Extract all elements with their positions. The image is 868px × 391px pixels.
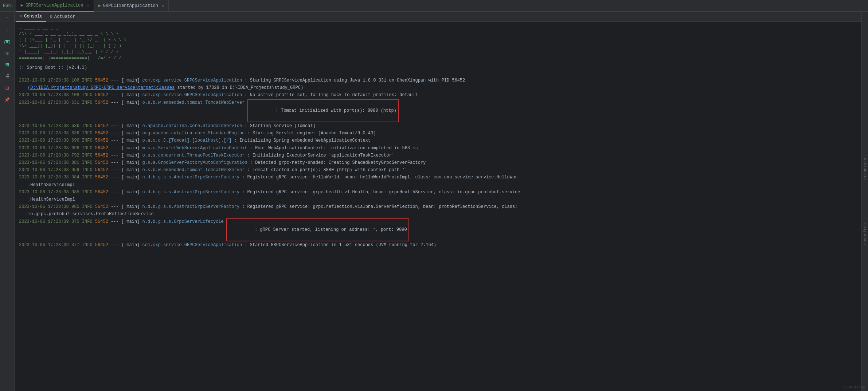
thread-1: main xyxy=(126,77,137,84)
log-line-2: 2023-10-06 17:28:38.108 INFO 56452 --- [… xyxy=(19,92,857,99)
tab-grpc-service[interactable]: ▶ GRPCServiceApplication ✕ xyxy=(16,0,94,12)
log-line-7: 2023-10-06 17:28:38.696 INFO 56452 --- [… xyxy=(19,145,857,152)
console-tab-console[interactable]: ≡ Console xyxy=(16,12,46,22)
class-15: n.d.b.g.s.s.AbstractGrpcServerFactory xyxy=(142,204,239,210)
log-line-18: 2023-10-06 17:28:39.377 INFO 56452 --- [… xyxy=(19,242,857,249)
log-line-1b: (D:\IDEA_Projects\study_GRPC\GRPC_servic… xyxy=(19,84,857,91)
print-button[interactable]: 🖨 xyxy=(2,71,12,82)
msg-17: : gRPC Server started, listening on addr… xyxy=(255,227,407,232)
console-content[interactable]: . ____ _ __ _ _ /\\ / ___'_ __ _ _(_)_ _… xyxy=(15,22,861,391)
ts-4: 2023-10-06 17:28:38.636 xyxy=(19,123,79,130)
camera-button[interactable] xyxy=(2,36,12,47)
pid-15: 56452 xyxy=(95,204,108,210)
level-3: INFO xyxy=(82,99,93,123)
ts-6: 2023-10-06 17:28:38.696 xyxy=(19,137,79,144)
run-label: Run: xyxy=(3,3,13,8)
class-18: com.cxp.service.GRPCServiceApplication xyxy=(142,242,242,249)
settings-button[interactable]: ⊞ xyxy=(2,60,12,70)
log-line-11: 2023-10-06 17:28:38.984 INFO 56452 --- [… xyxy=(19,174,857,181)
ascii-line-4: \\/ ___)| |_)| | | | | || (_| | ) ) ) ) xyxy=(19,43,857,49)
scroll-down-button[interactable]: ↓ xyxy=(2,25,12,35)
class-9: g.s.a.GrpcServerFactoryAutoConfiguration xyxy=(142,159,247,166)
thread-5: main xyxy=(126,130,137,137)
msg-13b: .HealthServiceImpl xyxy=(28,196,75,203)
thread-11: main xyxy=(126,174,137,181)
left-toolbar: ↑ ↓ ≋ ⊞ 🖨 ⊟ 📌 xyxy=(0,12,15,391)
msg-10: : Tomcat started on port(s): 8080 (http)… xyxy=(245,167,407,174)
class-2: com.cxp.service.GRPCServiceApplication xyxy=(142,92,242,99)
pid-3: 56452 xyxy=(95,99,108,123)
path-link-1[interactable]: (D:\IDEA_Projects\study_GRPC\GRPC_servic… xyxy=(28,84,175,91)
class-7: w.s.c.ServletWebServerApplicationContext xyxy=(142,145,247,152)
class-17: n.d.b.g.s.s.GrpcServerLifecycle xyxy=(142,218,224,242)
level-4: INFO xyxy=(82,123,93,130)
pid-6: 56452 xyxy=(95,137,108,144)
main-layout: ↑ ↓ ≋ ⊞ 🖨 ⊟ 📌 ≡ Console ⚙ Actuator xyxy=(0,12,868,391)
filter-button[interactable]: ≋ xyxy=(2,48,12,58)
tab-grpc-client[interactable]: ▶ GRPCClientApplication ✕ xyxy=(94,0,169,12)
log-line-3: 2023-10-06 17:28:38.631 INFO 56452 --- [… xyxy=(19,99,857,123)
ts-7: 2023-10-06 17:28:38.696 xyxy=(19,145,79,152)
tab-client-close[interactable]: ✕ xyxy=(162,4,164,8)
console-tab-actuator[interactable]: ⚙ Actuator xyxy=(46,12,79,22)
level-10: INFO xyxy=(82,167,93,174)
class-6: o.a.c.c.C.[Tomcat].[localhost].[/] xyxy=(142,137,232,144)
thread-8: main xyxy=(126,152,137,159)
class-8: o.s.s.concurrent.ThreadPoolTaskExecutor xyxy=(142,152,245,159)
pid-11: 56452 xyxy=(95,174,108,181)
thread-13: main xyxy=(126,189,137,196)
spring-version: :: Spring Boot :: (v2.4.3) xyxy=(19,64,857,71)
ascii-line-3: ( ( )\___ | '_ | '_| | '_ \/ _` | \ \ \ … xyxy=(19,37,857,43)
level-8: INFO xyxy=(82,152,93,159)
ts-18: 2023-10-06 17:28:39.377 xyxy=(19,242,79,249)
highlight-box-3: : Tomcat initialized with port(s): 8080 … xyxy=(247,99,399,123)
log-line-13b: .HealthServiceImpl xyxy=(19,196,857,203)
level-5: INFO xyxy=(82,130,93,137)
scroll-up-button[interactable]: ↑ xyxy=(2,13,12,23)
ts-3: 2023-10-06 17:28:38.631 xyxy=(19,99,79,123)
class-4: o.apache.catalina.core.StandardService xyxy=(142,123,242,130)
tab-bar: Run: ▶ GRPCServiceApplication ✕ ▶ GRPCCl… xyxy=(0,0,868,12)
thread-10: main xyxy=(126,167,137,174)
msg-4: : Starting service [Tomcat] xyxy=(242,123,316,130)
log-line-15: 2023-10-06 17:28:38.985 INFO 56452 --- [… xyxy=(19,204,857,210)
tab-service-close[interactable]: ✕ xyxy=(87,3,89,8)
ascii-line-5: ' |____| .__|_| |_|_| |_\__, | / / / / xyxy=(19,49,857,55)
console-tabs: ≡ Console ⚙ Actuator xyxy=(15,12,861,22)
msg-11: : Registered gRPC service: HelloWorld, b… xyxy=(239,174,517,181)
log-line-11b: .HealthServiceImpl xyxy=(19,182,857,189)
thread-18: main xyxy=(126,242,137,249)
msg-5: : Starting Servlet engine: [Apache Tomca… xyxy=(245,130,376,137)
pid-17: 56452 xyxy=(95,218,108,242)
pin-button[interactable]: 📌 xyxy=(2,95,12,105)
pid-1: 56452 xyxy=(95,77,108,84)
msg-2: : No active profile set, falling back to… xyxy=(242,92,418,99)
log-line-10: 2023-10-06 17:28:38.959 INFO 56452 --- [… xyxy=(19,167,857,174)
ascii-line-2: /\\ / ___'_ __ _ _(_)_ __ __ _ \ \ \ \ xyxy=(19,31,857,37)
tab-service-label: GRPCServiceApplication xyxy=(26,3,83,8)
pid-5: 56452 xyxy=(95,130,108,137)
console-tab-label: Console xyxy=(24,14,42,19)
log-line-5: 2023-10-06 17:28:38.636 INFO 56452 --- [… xyxy=(19,130,857,137)
pid-4: 56452 xyxy=(95,123,108,130)
class-13: n.d.b.g.s.s.AbstractGrpcServerFactory xyxy=(142,189,239,196)
pid-13: 56452 xyxy=(95,189,108,196)
msg-18: : Started GRPCServiceApplication in 1.53… xyxy=(242,242,436,249)
level-9: INFO xyxy=(82,159,93,166)
structure-label[interactable]: Structure xyxy=(863,158,867,179)
log-line-1: 2023-10-06 17:28:38.106 INFO 56452 --- [… xyxy=(19,77,857,84)
right-panel: Structure Favorites xyxy=(861,12,868,391)
class-3: o.s.b.w.embedded.tomcat.TomcatWebServer xyxy=(142,99,245,123)
pid-8: 56452 xyxy=(95,152,108,159)
ts-9: 2023-10-06 17:28:38.881 xyxy=(19,159,79,166)
level-17: INFO xyxy=(82,218,93,242)
level-2: INFO xyxy=(82,92,93,99)
msg-3: : Tomcat initialized with port(s): 8080 … xyxy=(276,108,396,113)
ts-1: 2023-10-06 17:28:38.106 xyxy=(19,77,79,84)
clear-button[interactable]: ⊟ xyxy=(2,83,12,93)
thread-17: main xyxy=(126,218,137,242)
ts-2: 2023-10-06 17:28:38.108 xyxy=(19,92,79,99)
favorites-label[interactable]: Favorites xyxy=(863,223,867,245)
thread-7: main xyxy=(126,145,137,152)
pid-7: 56452 xyxy=(95,145,108,152)
